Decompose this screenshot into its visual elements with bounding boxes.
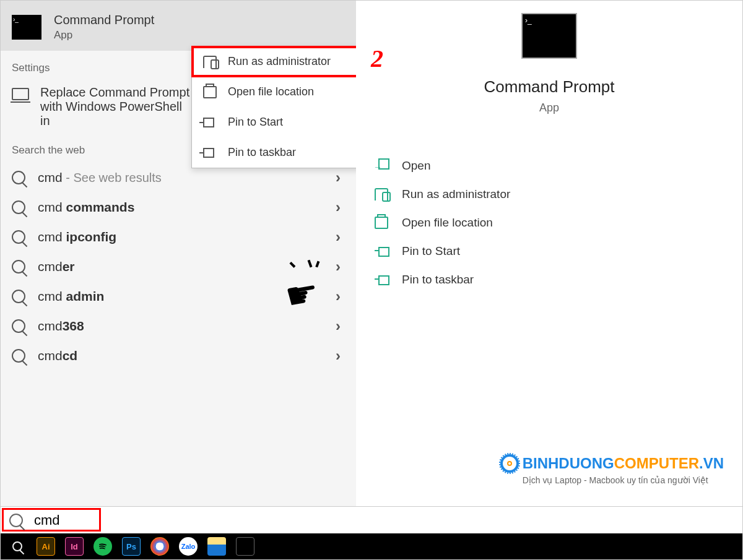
menu-pin-to-taskbar[interactable]: Pin to taskbar [192,137,361,168]
open-icon [375,160,388,172]
search-icon [12,349,25,363]
detail-subtitle: App [356,101,742,114]
taskbar-spotify-icon[interactable] [93,537,112,556]
web-result-cmd-ipconfig[interactable]: cmd ipconfig › [1,222,356,252]
command-prompt-icon [521,13,577,59]
chevron-right-icon: › [336,347,341,364]
best-match-title: Command Prompt [54,13,154,27]
detail-title: Command Prompt [356,77,742,97]
admin-shield-icon [375,188,388,200]
admin-shield-icon [203,56,217,68]
search-icon [9,514,23,527]
chevron-right-icon: › [336,228,341,246]
laptop-icon [12,88,29,100]
pin-icon [203,116,217,129]
action-label: Open file location [402,216,493,230]
best-match-subtitle: App [54,29,154,41]
taskbar: Ai Id Ps Zalo [1,533,742,559]
taskbar-zalo-icon[interactable]: Zalo [179,537,198,556]
action-pin-to-taskbar[interactable]: Pin to taskbar [375,265,742,294]
search-icon [12,200,25,214]
menu-item-label: Pin to Start [228,116,283,129]
chevron-right-icon: › [336,288,341,305]
taskbar-search-button[interactable] [8,537,27,556]
action-label: Pin to Start [402,244,460,258]
web-result-cmd-commands[interactable]: cmd commands › [1,192,356,222]
action-open[interactable]: Open [375,152,742,180]
pin-icon [375,274,388,286]
action-label: Pin to taskbar [402,273,474,286]
start-search-details-panel: Command Prompt App Open Run as administr… [356,1,742,507]
taskbar-command-prompt-icon[interactable] [236,537,254,556]
search-icon [12,319,25,333]
search-icon [12,171,25,184]
action-run-as-administrator[interactable]: Run as administrator [375,180,742,209]
chevron-right-icon: › [336,169,341,186]
gear-compass-icon [500,454,519,473]
folder-icon [203,86,217,98]
taskbar-illustrator-icon[interactable]: Ai [37,537,55,556]
taskbar-chrome-icon[interactable] [150,537,169,556]
windows-search-bar[interactable] [1,506,742,533]
watermark-logo: BINHDUONGCOMPUTER.VN Dịch vụ Laptop - Ma… [500,454,724,485]
action-label: Open [402,159,430,173]
menu-run-as-administrator[interactable]: Run as administrator [192,46,361,77]
folder-icon [375,217,388,229]
chevron-right-icon: › [336,199,341,216]
search-icon [12,230,25,244]
action-label: Run as administrator [402,187,510,201]
action-open-file-location[interactable]: Open file location [375,209,742,237]
pin-icon [203,147,217,159]
annotation-number-2: 2 [371,44,383,73]
settings-item-label: Replace Command Prompt with Windows Powe… [40,85,195,128]
pin-icon [375,245,388,257]
menu-item-label: Pin to taskbar [228,146,296,159]
action-list: Open Run as administrator Open file loca… [356,152,742,294]
action-pin-to-start[interactable]: Pin to Start [375,237,742,265]
best-match-row[interactable]: Command Prompt App [1,1,356,51]
watermark-tagline: Dịch vụ Laptop - Macbook uy tín của ngườ… [523,475,724,485]
best-match-text: Command Prompt App [54,13,154,41]
menu-pin-to-start[interactable]: Pin to Start [192,107,361,137]
command-prompt-icon [12,15,41,40]
taskbar-file-explorer-icon[interactable] [207,537,226,556]
menu-item-label: Run as administrator [228,55,331,68]
chevron-right-icon: › [336,317,341,335]
web-result-cmdcd[interactable]: cmdcd › [1,341,356,371]
context-menu: Run as administrator Open file location … [191,46,362,168]
taskbar-indesign-icon[interactable]: Id [65,537,84,556]
menu-open-file-location[interactable]: Open file location [192,77,361,107]
menu-item-label: Open file location [228,85,314,98]
search-icon [12,290,25,303]
search-icon [12,260,25,274]
chevron-right-icon: › [336,258,341,275]
taskbar-photoshop-icon[interactable]: Ps [122,537,141,556]
